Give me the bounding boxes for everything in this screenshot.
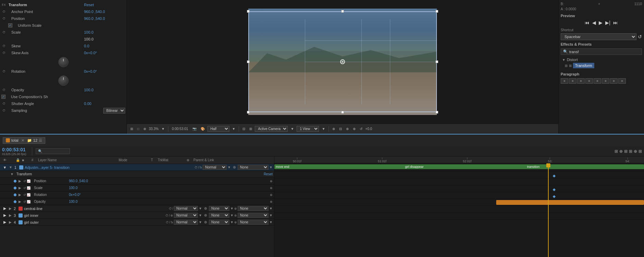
layer1-parent[interactable]: None: [238, 165, 269, 170]
effects-search-input[interactable]: [569, 50, 640, 54]
handle-tc[interactable]: [341, 10, 344, 13]
tool-icon2[interactable]: ⊟: [338, 126, 343, 131]
canvas-icon2[interactable]: ⊞: [248, 126, 253, 131]
handle-ml[interactable]: [247, 60, 250, 63]
track-bar-1[interactable]: move end girl disappear transition: [274, 164, 644, 169]
align-right-btn[interactable]: ≡: [577, 78, 585, 84]
layer-row-2[interactable]: ▶ ▶ 2 central-line ⏱ / Normal ▼ ⊕ None ▼: [0, 205, 274, 212]
shutter-angle-value[interactable]: 0.00: [84, 102, 125, 106]
tool-icon3[interactable]: ⊕: [345, 126, 350, 131]
track-bar-2[interactable]: [496, 200, 644, 205]
justify-left-btn[interactable]: ≡: [594, 78, 601, 84]
zoom-dropdown[interactable]: ▼: [160, 126, 166, 131]
reset-link[interactable]: Reset: [84, 3, 125, 7]
sub-rotation-value[interactable]: 0x+0.0°: [69, 193, 81, 197]
layer2-parent-arrow[interactable]: ▼: [269, 207, 273, 210]
position-value[interactable]: 960.0 ,540.0: [84, 16, 125, 21]
sampling-select[interactable]: Bilinear Bicubic: [103, 108, 125, 114]
scale-value[interactable]: 100.0: [84, 30, 125, 34]
skip-to-end-btn[interactable]: ⏭: [613, 20, 618, 25]
justify-full-btn[interactable]: ≡: [618, 78, 626, 84]
color-btn[interactable]: 🎨: [199, 126, 206, 131]
align-center-btn[interactable]: ≡: [569, 78, 576, 84]
layer1-mode[interactable]: Normal: [203, 165, 227, 170]
layer2-expand2[interactable]: ▶: [9, 207, 12, 210]
timeline-tool6[interactable]: ⊞: [639, 149, 642, 154]
sub-position-value[interactable]: 960.0 ,540.0: [69, 179, 88, 183]
handle-mr[interactable]: [436, 60, 438, 63]
timeline-tool2[interactable]: ⊕: [619, 149, 623, 154]
timecode-btn[interactable]: 0:00:53:01: [170, 126, 189, 131]
layer2-expand[interactable]: ▶: [1, 206, 8, 211]
expand4[interactable]: ▶: [19, 200, 21, 203]
timeline-tool1[interactable]: ⊞: [615, 149, 618, 154]
layer1-mode-arrow[interactable]: ▼: [227, 165, 231, 169]
timeline-timecode[interactable]: 0:00:53:01: [2, 147, 26, 152]
skip-to-start-btn[interactable]: ⏮: [585, 20, 589, 25]
shutter-angle-icon[interactable]: ⏱: [1, 101, 6, 106]
view-select-btn[interactable]: ▼: [231, 126, 237, 131]
playhead[interactable]: [548, 163, 549, 257]
layer2-mode-arrow[interactable]: ▼: [199, 207, 202, 210]
layer3-expand2[interactable]: ▶: [9, 213, 12, 217]
tool-icon4[interactable]: ⊕: [351, 126, 357, 131]
uniform-scale-checkbox[interactable]: [8, 23, 12, 27]
shortcut-select[interactable]: Spacebar: [561, 33, 636, 40]
opacity-icon[interactable]: ⏱: [1, 87, 6, 92]
canvas-tool-btn1[interactable]: ⊞: [129, 126, 134, 131]
justify-right-btn[interactable]: ≡: [610, 78, 618, 84]
layer4-trkmat-arrow[interactable]: ▼: [230, 220, 234, 224]
layer4-trkmat[interactable]: None: [209, 220, 229, 225]
layer-search-input[interactable]: [36, 148, 70, 154]
align-left-btn[interactable]: ≡: [561, 78, 568, 84]
skew-value[interactable]: 0.0: [84, 44, 125, 48]
layer2-parent[interactable]: None: [238, 206, 269, 211]
tool-icon1[interactable]: ⊕: [331, 126, 336, 131]
opacity-value[interactable]: 100.0: [84, 88, 125, 92]
sub-opacity-value[interactable]: 100.0: [69, 200, 77, 203]
comp-shutter-checkbox[interactable]: [1, 95, 5, 99]
layer2-trkmat-arrow[interactable]: ▼: [230, 207, 234, 210]
justify-btn[interactable]: ≡: [585, 78, 593, 84]
handle-bc[interactable]: [341, 111, 344, 114]
layer3-trkmat-arrow[interactable]: ▼: [230, 213, 234, 217]
canvas-tool-btn3[interactable]: ⊕: [142, 126, 147, 131]
canvas-tool-btn2[interactable]: □: [136, 126, 141, 131]
canvas-icon1[interactable]: ⊟: [241, 126, 247, 131]
timeline-tool5[interactable]: ⊕: [634, 149, 637, 154]
expand2[interactable]: ▶: [19, 186, 21, 190]
skew-axis-knob[interactable]: [58, 57, 69, 67]
layer3-trkmat[interactable]: None: [209, 213, 229, 218]
handle-bl[interactable]: [247, 111, 250, 114]
layer-row-3[interactable]: ▶ ▶ 3 girl inner ⏱ / ⊕ Normal ▼ ⊕ None: [0, 212, 274, 219]
shortcut-refresh-btn[interactable]: ↺: [638, 34, 642, 39]
layer4-expand[interactable]: ▶: [1, 220, 8, 224]
transform-effect-item[interactable]: Transform: [573, 63, 594, 68]
layer4-parent-arrow[interactable]: ▼: [269, 220, 273, 224]
rotation-value[interactable]: 0x+0.0°: [84, 69, 125, 73]
layer1-expand[interactable]: ▼: [1, 165, 8, 170]
layer3-parent-arrow[interactable]: ▼: [269, 213, 273, 217]
timeline-tool3[interactable]: ⊞: [624, 149, 628, 154]
anchor-point-value[interactable]: 960.0 ,540.0: [84, 10, 125, 14]
close-tab-btn[interactable]: ✕: [21, 138, 24, 143]
step-forward-btn[interactable]: ▶|: [605, 20, 610, 25]
skew-icon[interactable]: ⏱: [1, 44, 6, 48]
justify-center-btn[interactable]: ≡: [602, 78, 609, 84]
rotation-knob[interactable]: [58, 75, 69, 86]
skewaxis-icon[interactable]: ⏱: [1, 50, 6, 55]
view-quality-select[interactable]: Half Full Quarter: [207, 126, 229, 132]
layer2-mode[interactable]: Normal: [174, 206, 198, 211]
cam-dropdown[interactable]: ▼: [289, 126, 295, 131]
position-stopwatch-icon[interactable]: ⏱: [1, 16, 6, 21]
layer3-mode-arrow[interactable]: ▼: [199, 213, 202, 217]
step-back-btn[interactable]: ◀: [592, 20, 596, 25]
view-count-select[interactable]: 1 View 2 Views 4 Views: [297, 126, 319, 132]
rotation-stopwatch-icon[interactable]: ⏱: [1, 69, 6, 74]
camera-select[interactable]: Active Camera: [255, 126, 288, 132]
layer-row-1[interactable]: ▼ ▼ 1 Adjustm...ayer 5- transition ⏱ / f…: [0, 164, 274, 171]
layer3-parent[interactable]: None: [238, 213, 269, 218]
composition-tab[interactable]: total ✕ 📁 12 ☰: [3, 137, 45, 144]
stopwatch-icon[interactable]: ⏱: [1, 9, 6, 14]
play-btn[interactable]: ▶: [599, 20, 603, 25]
